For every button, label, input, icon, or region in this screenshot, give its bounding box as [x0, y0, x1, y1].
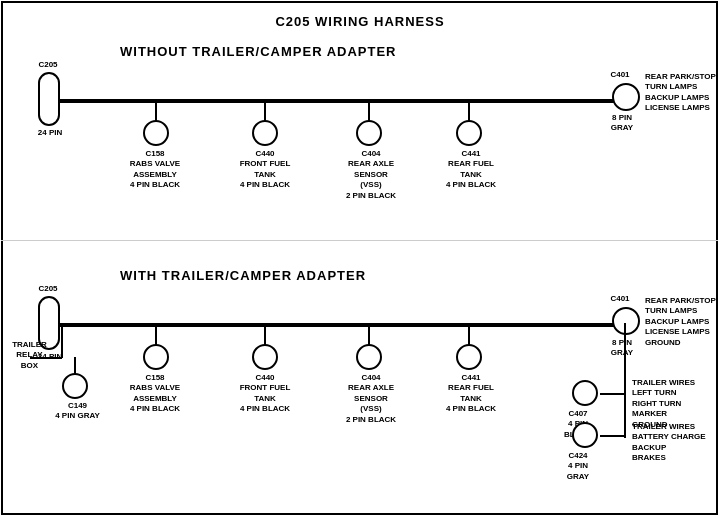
c440-bot-label: C440FRONT FUELTANK4 PIN BLACK	[230, 373, 300, 415]
c407-hline	[600, 393, 625, 395]
c401-bot-right-label: REAR PARK/STOPTURN LAMPSBACKUP LAMPSLICE…	[645, 296, 720, 348]
c441-bot-connector	[456, 344, 482, 370]
c404-top-connector	[356, 120, 382, 146]
diagram-container: C205 WIRING HARNESS WITHOUT TRAILER/CAMP…	[0, 0, 720, 500]
c424-right-label: TRAILER WIRESBATTERY CHARGEBACKUPBRAKES	[632, 422, 717, 464]
right-branch-vline	[624, 323, 626, 438]
trailer-relay-label: TRAILERRELAYBOX	[2, 340, 57, 371]
c158-bot-vline	[155, 323, 157, 345]
c424-label: C4244 PINGRAY	[558, 451, 598, 482]
c158-top-connector	[143, 120, 169, 146]
c404-bot-label: C404REAR AXLESENSOR(VSS)2 PIN BLACK	[336, 373, 406, 425]
c440-bot-vline	[264, 323, 266, 345]
c149-connector	[62, 373, 88, 399]
top-section-label: WITHOUT TRAILER/CAMPER ADAPTER	[120, 44, 397, 59]
relay-vline	[61, 323, 63, 358]
c205-top-connector	[38, 72, 60, 126]
bottom-section-label: WITH TRAILER/CAMPER ADAPTER	[120, 268, 366, 283]
c205-top-sub: 24 PIN	[25, 128, 75, 138]
c401-bot-label-name: C401	[600, 294, 640, 304]
c149-label: C1494 PIN GRAY	[50, 401, 105, 422]
c441-bot-vline	[468, 323, 470, 345]
c407-connector	[572, 380, 598, 406]
c205-bot-label: C205	[28, 284, 68, 294]
c158-bot-connector	[143, 344, 169, 370]
c158-top-vline	[155, 99, 157, 121]
c441-top-connector	[456, 120, 482, 146]
c401-bot-sub: 8 PINGRAY	[597, 338, 647, 359]
c401-top-label-name: C401	[600, 70, 640, 80]
c205-top-label: C205	[28, 60, 68, 70]
c404-bot-connector	[356, 344, 382, 370]
c440-top-connector	[252, 120, 278, 146]
c401-bot-connector	[612, 307, 640, 335]
page-title: C205 WIRING HARNESS	[0, 6, 720, 29]
c424-hline	[600, 435, 625, 437]
c440-top-label: C440FRONT FUELTANK4 PIN BLACK	[230, 149, 300, 191]
c440-bot-connector	[252, 344, 278, 370]
c424-connector	[572, 422, 598, 448]
c441-bot-label: C441REAR FUELTANK4 PIN BLACK	[436, 373, 506, 415]
c441-top-vline	[468, 99, 470, 121]
c401-top-sub: 8 PINGRAY	[597, 113, 647, 134]
c441-top-label: C441REAR FUELTANK4 PIN BLACK	[436, 149, 506, 191]
c404-bot-vline	[368, 323, 370, 345]
top-main-line	[60, 99, 624, 103]
c404-top-vline	[368, 99, 370, 121]
c401-top-right-label: REAR PARK/STOPTURN LAMPSBACKUP LAMPSLICE…	[645, 72, 720, 114]
c440-top-vline	[264, 99, 266, 121]
bottom-main-line	[60, 323, 624, 327]
c158-bot-label: C158RABS VALVEASSEMBLY4 PIN BLACK	[120, 373, 190, 415]
c404-top-label: C404REAR AXLESENSOR(VSS)2 PIN BLACK	[336, 149, 406, 201]
c401-top-connector	[612, 83, 640, 111]
c158-top-label: C158RABS VALVEASSEMBLY4 PIN BLACK	[120, 149, 190, 191]
section-divider	[1, 240, 718, 241]
